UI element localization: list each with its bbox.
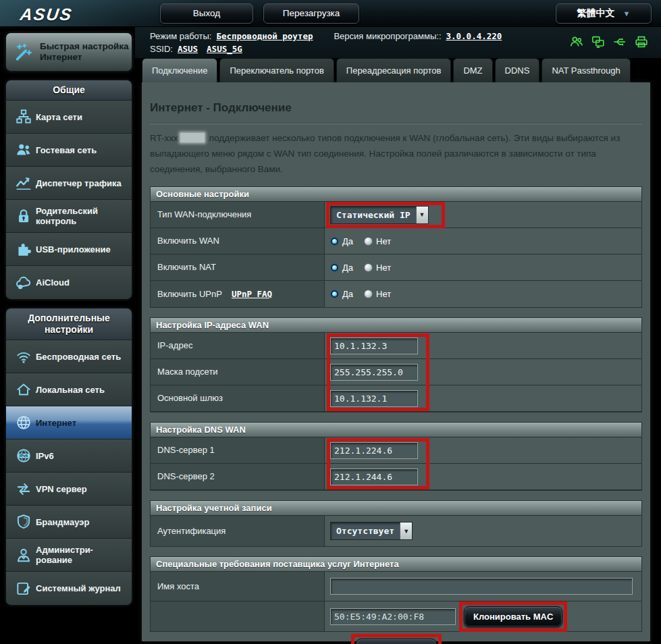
asus-logo: ASUS [19, 5, 74, 24]
magic-wand-icon [11, 42, 36, 62]
ssid-link-1[interactable]: ASUS [178, 44, 198, 54]
tab-bar: Подключение Переключатель портов Переадр… [142, 58, 631, 82]
dns1-input[interactable] [330, 442, 418, 459]
dns-settings-table: Настройка DNS WAN DNS-сервер 1 DNS-серве… [150, 422, 642, 491]
language-selector[interactable]: 繁體中文 ▼ [556, 3, 652, 24]
chevron-down-icon: ▼ [400, 522, 412, 539]
administration-icon [11, 546, 36, 564]
ssid-label: SSID: [150, 44, 173, 54]
enable-upnp-yes-radio[interactable] [330, 290, 339, 298]
clients-icon[interactable] [569, 34, 584, 49]
apply-button[interactable]: Применить [356, 639, 437, 644]
ssid-link-2[interactable]: ASUS_5G [207, 44, 242, 54]
ip-address-input[interactable] [330, 338, 418, 354]
enable-upnp-row: Включить UPnP UPnP FAQ Да Нет [151, 281, 641, 307]
isp-special-requirements-header: Специальные требования поставщика услуг … [151, 557, 641, 572]
sidebar-item-guest-network[interactable]: Гостевая сеть [6, 134, 132, 167]
enable-wan-row: Включить WAN Да Нет [151, 228, 641, 254]
mode-label: Режим работы: [150, 31, 211, 41]
mac-address-label [151, 601, 325, 631]
sidebar-item-internet[interactable]: Интернет [6, 406, 132, 439]
wan-ip-settings-table: Настройка IP-адреса WAN IP-адрес Маска п… [150, 317, 642, 412]
dns2-row: DNS-сервер 2 [151, 464, 641, 490]
monitors-icon[interactable] [591, 34, 606, 49]
info-header: Режим работы: Беспроводной роутер Версия… [135, 27, 661, 58]
wan-type-label: Тип WAN-подключения [151, 202, 325, 227]
tab-port-forwarding[interactable]: Переадресация портов [336, 58, 452, 82]
ipv6-icon: IPv6 [11, 447, 36, 464]
tab-port-trigger[interactable]: Переключатель портов [219, 58, 334, 82]
mac-address-input[interactable] [330, 608, 456, 625]
gateway-row: Основной шлюз [151, 385, 641, 412]
usb-icon[interactable] [612, 34, 627, 49]
enable-wan-no-radio[interactable] [364, 237, 373, 246]
enable-upnp-label: Включить UPnP [157, 289, 222, 300]
quick-internet-setup-button[interactable]: Быстрая настройка Интернет [5, 32, 132, 72]
logout-button[interactable]: Выход [160, 3, 253, 24]
sidebar-item-lan[interactable]: Локальная сеть [6, 373, 132, 406]
lan-icon [11, 381, 36, 398]
clone-mac-button[interactable]: Клонировать MAC [464, 606, 562, 627]
content-panel: Интернет - Подключение RT-xxxподдерживае… [142, 82, 650, 641]
router-model: RT-xxx [150, 133, 178, 143]
gateway-input[interactable] [330, 390, 418, 407]
ip-address-label: IP-адрес [151, 333, 325, 358]
sidebar-item-traffic-manager[interactable]: Диспетчер трафика [6, 167, 132, 200]
dns1-row: DNS-сервер 1 [151, 437, 641, 464]
enable-wan-yes-radio[interactable] [330, 237, 339, 246]
tab-nat-passthrough[interactable]: NAT Passthrough [541, 58, 630, 82]
dns-settings-header: Настройка DNS WAN [151, 423, 641, 437]
top-bar: ASUS Выход Перезагрузка 繁體中文 ▼ [0, 0, 661, 27]
upnp-faq-link[interactable]: UPnP FAQ [232, 289, 272, 300]
hostname-label: Имя хоста [151, 572, 325, 601]
status-icon-bar [569, 34, 649, 49]
sidebar-item-ipv6[interactable]: IPv6 IPv6 [6, 439, 132, 473]
enable-nat-label: Включить NAT [151, 254, 325, 280]
mode-value-link[interactable]: Беспроводной роутер [216, 31, 313, 41]
sidebar-item-wireless[interactable]: Беспроводная сеть [6, 340, 132, 373]
sidebar-item-administration[interactable]: Администри-рование [6, 539, 132, 572]
printer-icon[interactable] [634, 34, 649, 49]
dns2-input[interactable] [330, 468, 418, 485]
authentication-label: Аутентификация [151, 516, 325, 546]
authentication-row: Аутентификация Отсутствует ▼ [151, 516, 641, 546]
aicloud-icon [11, 274, 36, 292]
sidebar-item-network-map[interactable]: Карта сети [6, 101, 132, 134]
tab-ddns[interactable]: DDNS [495, 58, 540, 82]
sidebar-item-aicloud[interactable]: AiCloud [6, 266, 132, 299]
section-header-advanced: Дополнительные настройки [6, 308, 132, 340]
mode-firmware-line: Режим работы: Беспроводной роутер Версия… [150, 31, 502, 41]
censored-model-blur [180, 133, 205, 142]
ip-address-row: IP-адрес [151, 333, 641, 359]
sidebar-section-advanced: Дополнительные настройки Беспроводная се… [5, 308, 132, 606]
firewall-shield-icon [11, 513, 36, 531]
wan-ip-settings-header: Настройка IP-адреса WAN [151, 318, 641, 333]
parental-control-icon [11, 207, 36, 225]
authentication-select[interactable]: Отсутствует ▼ [330, 522, 413, 540]
sidebar-item-system-log[interactable]: Системный журнал [6, 572, 132, 605]
sidebar-item-firewall[interactable]: Брандмауэр [6, 506, 132, 539]
sidebar-item-usb-application[interactable]: USB-приложение [6, 233, 132, 266]
system-log-icon [11, 580, 36, 597]
tab-connection[interactable]: Подключение [142, 58, 217, 82]
firmware-label: Версия микропрограммы:: [334, 31, 441, 41]
enable-upnp-no-radio[interactable] [364, 290, 373, 298]
account-settings-table: Настройка учетной записи Аутентификация … [150, 500, 642, 547]
hostname-row: Имя хоста [151, 572, 641, 601]
sidebar-item-parental-control[interactable]: Родительский контроль [6, 200, 132, 233]
wan-type-select[interactable]: Статический IP ▼ [330, 206, 429, 224]
subnet-mask-input[interactable] [330, 364, 418, 381]
hostname-input[interactable] [330, 578, 633, 595]
dns2-label: DNS-сервер 2 [151, 464, 325, 489]
tab-dmz[interactable]: DMZ [453, 58, 492, 82]
sidebar-section-general: Общие Карта сети Гостевая сеть [5, 80, 132, 300]
sidebar-item-vpn-server[interactable]: VPN сервер [6, 473, 132, 506]
enable-nat-yes-radio[interactable] [330, 263, 339, 272]
firmware-value-link[interactable]: 3.0.0.4.220 [446, 31, 502, 41]
page-title: Интернет - Подключение [150, 82, 642, 115]
account-settings-header: Настройка учетной записи [151, 501, 641, 516]
enable-nat-no-radio[interactable] [364, 263, 373, 272]
gateway-label: Основной шлюз [151, 385, 325, 411]
reboot-button[interactable]: Перезагрузка [263, 3, 359, 24]
vpn-icon [11, 480, 36, 498]
